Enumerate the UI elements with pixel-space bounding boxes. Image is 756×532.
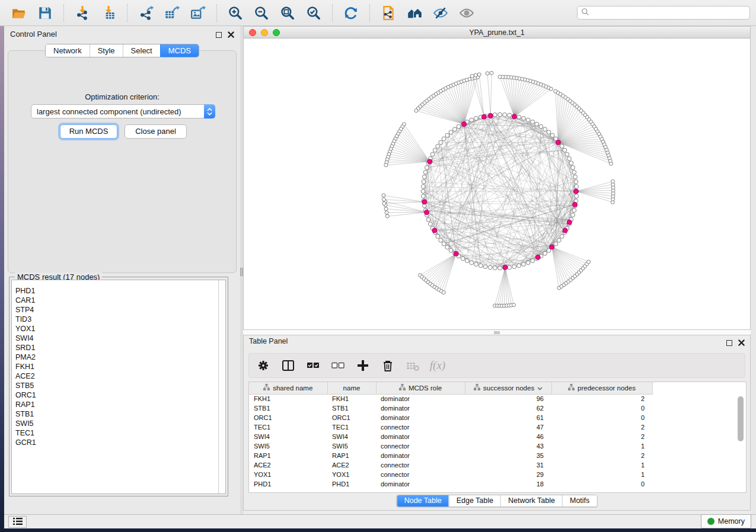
table-row[interactable]: ACE2ACE2connector311 (249, 460, 653, 470)
delete-column-icon[interactable] (379, 357, 396, 374)
import-network-icon[interactable] (74, 4, 91, 22)
search-icon (581, 8, 589, 18)
mcds-tab-content: Optimization criterion: largest connecte… (8, 50, 237, 273)
show-columns-icon[interactable] (280, 357, 296, 374)
table-row[interactable]: SWI4SWI4dominator462 (249, 432, 653, 441)
float-panel-icon[interactable] (726, 340, 732, 346)
hide-graphics-details-icon[interactable] (432, 4, 449, 22)
mcds-result-item[interactable]: PHD1 (15, 286, 225, 296)
network-graph[interactable] (244, 39, 750, 329)
tab-network[interactable]: Network (46, 44, 90, 57)
memory-status-icon (707, 518, 714, 525)
mcds-result-item[interactable]: STB1 (15, 409, 225, 419)
table-row[interactable]: TEC1TEC1connector472 (249, 422, 653, 432)
export-table-icon[interactable] (163, 4, 181, 22)
mcds-result-item[interactable]: CAR1 (15, 296, 225, 305)
toolbar-separator (369, 4, 370, 22)
mcds-result-item[interactable]: TEC1 (15, 428, 225, 438)
zoom-out-icon[interactable] (253, 4, 270, 22)
control-panel: Control Panel NetworkStyleSelectMCDS Opt… (4, 26, 240, 514)
optimization-criterion-label: Optimization criterion: (8, 92, 236, 101)
mcds-result-item[interactable]: ACE2 (15, 371, 225, 381)
tab-node-table[interactable]: Node Table (397, 495, 449, 507)
list-menu-icon (13, 517, 23, 527)
table-scrollbar[interactable] (737, 395, 745, 492)
float-panel-icon[interactable] (216, 32, 222, 38)
zoom-in-icon[interactable] (227, 4, 244, 22)
table-row[interactable]: YOX1YOX1connector291 (249, 470, 653, 479)
zoom-fit-icon[interactable] (279, 4, 296, 22)
table-row[interactable]: ORC1ORC1dominator610 (249, 413, 653, 422)
column-header[interactable]: MCDS role (376, 382, 465, 394)
table-row[interactable]: SWI5SWI5connector431 (249, 441, 653, 451)
close-panel-icon[interactable] (228, 30, 234, 40)
table-toolbar: f(x) (248, 353, 745, 378)
mcds-result-item[interactable]: GCR1 (15, 438, 225, 447)
search-input[interactable] (589, 9, 749, 17)
close-panel-icon[interactable] (738, 338, 745, 348)
column-header[interactable]: name (327, 382, 376, 394)
close-panel-button[interactable]: Close panel (125, 124, 187, 139)
table-row[interactable]: PHD1PHD1dominator180 (249, 479, 653, 489)
mcds-result-item[interactable]: TID3 (15, 315, 225, 324)
table-row[interactable]: RAP1RAP1dominator352 (249, 451, 653, 460)
divider-grip[interactable] (494, 331, 500, 334)
optimization-select-value: largest connected component (undirected) (31, 107, 204, 116)
tab-select[interactable]: Select (123, 44, 160, 57)
toolbar-separator (63, 4, 64, 22)
node-table: shared namenameMCDS rolesuccessor nodesp… (248, 382, 747, 493)
show-graphics-details-icon[interactable] (458, 4, 476, 22)
deselect-all-rows-icon[interactable] (330, 357, 346, 374)
network-from-file-icon[interactable] (379, 4, 397, 22)
table-panel: Table Panel f(x) shared namenameMCDS rol… (243, 335, 751, 511)
select-all-rows-icon[interactable] (305, 357, 321, 374)
import-table-icon[interactable] (100, 4, 117, 22)
mcds-result-item[interactable]: STB5 (15, 381, 225, 390)
mcds-result-item[interactable]: PMA2 (15, 352, 225, 362)
tab-network-table[interactable]: Network Table (500, 495, 562, 507)
run-mcds-button[interactable]: Run MCDS (60, 124, 117, 139)
horizontal-split-divider[interactable] (243, 330, 751, 335)
tab-style[interactable]: Style (90, 44, 123, 57)
table-mode-gear-icon[interactable] (255, 357, 272, 374)
mcds-result-item[interactable]: SWI4 (15, 334, 225, 343)
mcds-result-item[interactable]: YOX1 (15, 324, 225, 334)
network-view-window: YPA_prune.txt_1 (243, 26, 751, 330)
column-header[interactable]: successor nodes (465, 382, 551, 394)
mcds-list-scrollbar[interactable] (218, 280, 225, 493)
mcds-result-item[interactable]: FKH1 (15, 362, 225, 371)
header-filler (652, 382, 653, 394)
home-icon[interactable] (406, 4, 423, 22)
status-menu-button[interactable] (8, 516, 27, 528)
zoom-selected-icon[interactable] (305, 4, 323, 22)
column-header[interactable]: predecessor nodes (551, 382, 652, 394)
control-panel-tabbar: NetworkStyleSelectMCDS (45, 44, 199, 57)
network-window-title: YPA_prune.txt_1 (244, 28, 750, 37)
network-canvas[interactable] (244, 39, 750, 329)
export-network-icon[interactable] (137, 4, 155, 22)
memory-button[interactable]: Memory (701, 514, 751, 528)
save-session-icon[interactable] (36, 4, 54, 22)
column-header[interactable]: shared name (249, 382, 327, 394)
table-row[interactable]: STB1STB1dominator620 (249, 403, 653, 413)
export-image-icon[interactable] (189, 4, 207, 22)
create-column-icon[interactable] (355, 357, 371, 374)
status-bar: Memory (4, 514, 756, 528)
hierarchy-icon (474, 384, 480, 392)
tab-motifs[interactable]: Motifs (562, 495, 596, 507)
cytoscape-window: Control Panel NetworkStyleSelectMCDS Opt… (0, 0, 756, 532)
mcds-result-item[interactable]: SRD1 (15, 343, 225, 352)
network-window-titlebar[interactable]: YPA_prune.txt_1 (244, 27, 750, 39)
table-row[interactable]: FKH1FKH1dominator962 (249, 394, 653, 403)
tab-edge-table[interactable]: Edge Table (449, 495, 500, 507)
mcds-result-item[interactable]: SWI5 (15, 419, 225, 428)
optimization-select[interactable]: largest connected component (undirected) (31, 104, 215, 118)
open-session-icon[interactable] (10, 4, 28, 22)
search-field[interactable] (577, 6, 750, 20)
tab-mcds[interactable]: MCDS (160, 44, 199, 57)
mcds-result-item[interactable]: RAP1 (15, 400, 225, 409)
mcds-result-item[interactable]: ORC1 (15, 390, 225, 400)
refresh-icon[interactable] (342, 4, 360, 22)
mcds-result-item[interactable]: STP4 (15, 305, 225, 315)
table-scrollbar-thumb[interactable] (738, 396, 744, 441)
